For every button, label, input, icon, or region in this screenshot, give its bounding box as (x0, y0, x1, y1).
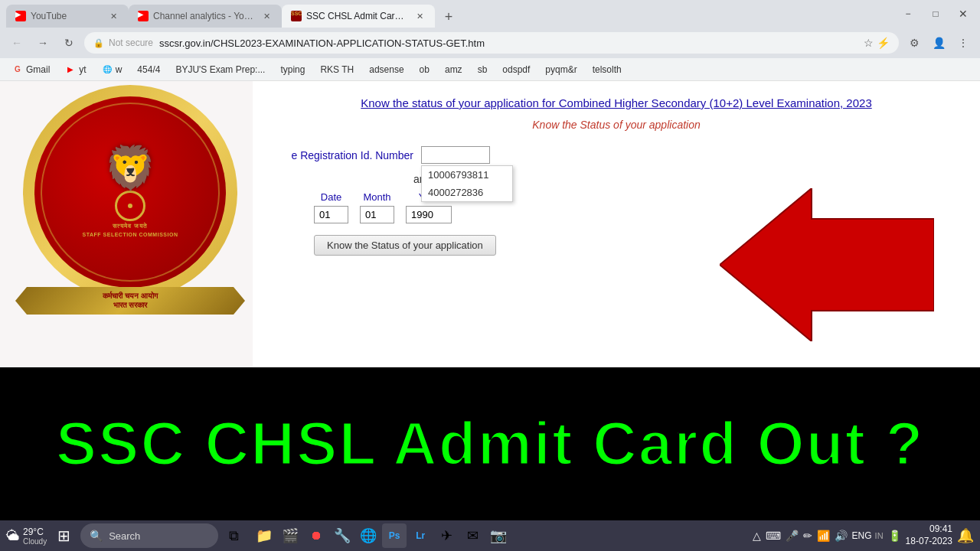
tab-analytics-title: Channel analytics - YouTube Stu... (153, 11, 256, 21)
bookmark-byju[interactable]: BYJU'S Exam Prep:... (169, 63, 271, 77)
app5-button[interactable]: 🔧 (330, 523, 354, 548)
menu-button[interactable]: ⋮ (952, 32, 974, 54)
bookmark-telsolth[interactable]: telsolth (586, 63, 628, 77)
bookmark-adsense[interactable]: adsense (363, 63, 410, 77)
telegram-button[interactable]: ✈ (434, 523, 459, 548)
media-player-button[interactable]: 🎬 (278, 523, 302, 548)
bookmark-yt[interactable]: ▶ yt (59, 63, 92, 77)
forward-button[interactable]: → (32, 32, 54, 54)
battery-icon[interactable]: 🔋 (888, 530, 901, 542)
window-controls: − □ ✕ (897, 6, 974, 21)
photoshop-icon: Ps (389, 530, 400, 541)
gmail-favicon: G (12, 64, 23, 75)
recorder-button[interactable]: ⏺ (304, 523, 328, 548)
bookmark-adsense-label: adsense (369, 64, 403, 75)
chrome-button[interactable]: 🌐 (356, 523, 381, 548)
camera-icon: 📷 (490, 527, 507, 544)
bookmark-yt-label: yt (79, 64, 86, 75)
tab-youtube[interactable]: ▶ YouTube ✕ (6, 5, 129, 28)
bookmark-rks[interactable]: RKS TH (314, 63, 360, 77)
close-button[interactable]: ✕ (952, 6, 974, 21)
new-tab-button[interactable]: + (438, 6, 459, 28)
date-input[interactable] (314, 206, 348, 223)
bookmark-gmail[interactable]: G Gmail (6, 63, 56, 77)
weather-temp: 29°C (23, 527, 47, 537)
mic-icon[interactable]: 🎤 (786, 530, 799, 542)
tab-analytics[interactable]: ▶ Channel analytics - YouTube Stu... ✕ (129, 5, 282, 28)
autocomplete-item-1[interactable]: 10006793811 (422, 166, 512, 184)
clock[interactable]: 09:41 18-07-2023 (906, 523, 952, 547)
submit-button[interactable]: Know the Status of your application (314, 235, 496, 256)
yt-bm-favicon: ▶ (65, 64, 76, 75)
bookmark-w-label: w (116, 64, 122, 75)
ssc-india-label: भारत सरकार (20, 301, 240, 310)
bookmark-454[interactable]: 454/4 (131, 63, 166, 77)
volume-icon[interactable]: 🔊 (835, 530, 848, 542)
notification-panel-button[interactable]: 🔔 (957, 527, 974, 544)
notification-icon[interactable]: △ (753, 530, 761, 542)
tab-youtube-close[interactable]: ✕ (107, 10, 119, 22)
photoshop-button[interactable]: Ps (382, 523, 407, 548)
and-separator: and (314, 173, 957, 185)
bookmark-typing[interactable]: typing (274, 63, 311, 77)
ime-label: ENG (852, 530, 872, 541)
autocomplete-item-2[interactable]: 4000272836 (422, 184, 512, 201)
bookmark-w[interactable]: 🌐 w (96, 63, 129, 77)
month-field: Month (360, 191, 394, 223)
maximize-button[interactable]: □ (925, 6, 946, 21)
address-bar: ← → ↻ 🔒 Not secure sscsr.gov.in/CHSL2023… (0, 28, 980, 58)
bookmark-ob-label: ob (420, 64, 430, 75)
bookmark-pyqm[interactable]: pyqm&r (539, 63, 583, 77)
url-bar[interactable]: 🔒 Not secure sscsr.gov.in/CHSL2023-EXAMI… (84, 32, 899, 54)
reg-id-input[interactable] (421, 146, 490, 164)
bookmark-pyqm-label: pyqm&r (545, 64, 577, 75)
bookmark-454-label: 454/4 (137, 64, 160, 75)
ime-indicator[interactable]: ENG IN (852, 530, 884, 541)
page-title-link[interactable]: Know the status of your application for … (276, 96, 957, 109)
extension-icon[interactable]: ⚡ (877, 37, 890, 49)
pen-icon[interactable]: ✏ (803, 530, 812, 542)
bookmark-rks-label: RKS TH (320, 64, 354, 75)
refresh-button[interactable]: ↻ (58, 32, 80, 54)
month-label: Month (363, 191, 390, 203)
year-input[interactable] (406, 206, 452, 223)
bookmark-sb[interactable]: sb (472, 63, 494, 77)
minimize-button[interactable]: − (897, 6, 919, 21)
mail-button[interactable]: ✉ (460, 523, 485, 548)
month-input[interactable] (360, 206, 394, 223)
camera-button[interactable]: 📷 (486, 523, 511, 548)
tab-ssc[interactable]: SSC SSC CHSL Admit Card 2... www.BANDICA… (282, 5, 435, 28)
title-bar: ▶ YouTube ✕ ▶ Channel analytics - YouTub… (0, 0, 980, 28)
telegram-icon: ✈ (441, 527, 452, 544)
bookmark-amz-label: amz (445, 64, 462, 75)
tab-analytics-close[interactable]: ✕ (260, 10, 273, 22)
w-favicon: 🌐 (102, 64, 113, 75)
task-view-button[interactable]: ⧉ (221, 523, 246, 548)
start-button[interactable]: ⊞ (50, 522, 77, 549)
website-frame: 🦁 सत्यमेव जयते STAFF SELECTION COMMISSIO… (0, 81, 980, 520)
bookmark-star-icon[interactable]: ☆ (864, 37, 874, 49)
chrome-icon: 🌐 (360, 527, 377, 544)
security-icon: 🔒 (93, 38, 104, 48)
network-icon[interactable]: 📶 (817, 530, 830, 542)
bookmark-odspdf[interactable]: odspdf (496, 63, 536, 77)
task-view-icon: ⧉ (229, 528, 239, 544)
weather-widget[interactable]: 🌥 29°C Cloudy (6, 527, 47, 546)
bookmark-ob[interactable]: ob (413, 63, 436, 77)
date-display: 18-07-2023 (906, 536, 952, 548)
url-action-icons: ☆ ⚡ (864, 37, 890, 49)
file-explorer-button[interactable]: 📁 (252, 523, 276, 548)
reg-input-container: 10006793811 4000272836 (421, 146, 490, 164)
lightroom-button[interactable]: Lr (408, 523, 433, 548)
bookmark-amz[interactable]: amz (439, 63, 469, 77)
tab-ssc-close[interactable]: ✕ (413, 10, 426, 22)
media-player-icon: 🎬 (282, 527, 299, 544)
profile-button[interactable]: 👤 (928, 32, 949, 54)
keyboard-icon[interactable]: ⌨ (766, 530, 781, 542)
tabs-container: ▶ YouTube ✕ ▶ Channel analytics - YouTub… (6, 0, 891, 28)
taskbar-search[interactable]: 🔍 Search (80, 523, 218, 548)
thumbnail-section: SSC CHSL Admit Card Out ? (0, 367, 980, 520)
back-button[interactable]: ← (6, 32, 28, 54)
extensions-button[interactable]: ⚙ (903, 32, 925, 54)
page-subtitle: Know the Status of your application (276, 119, 957, 131)
